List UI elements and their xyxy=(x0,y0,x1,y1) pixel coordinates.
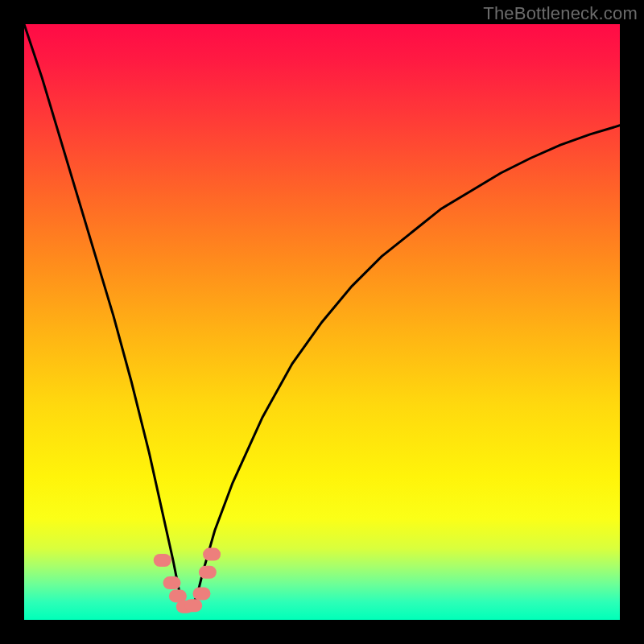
curve-marker xyxy=(154,554,171,567)
curve-layer xyxy=(24,24,620,620)
curve-marker xyxy=(203,548,221,561)
curve-marker xyxy=(199,566,217,579)
watermark-text: TheBottleneck.com xyxy=(483,3,638,24)
chart-frame: TheBottleneck.com xyxy=(0,0,644,644)
plot-area xyxy=(24,24,620,620)
curve-marker xyxy=(163,576,181,589)
curve-marker xyxy=(193,587,211,600)
curve-marker xyxy=(184,599,202,612)
curve-markers xyxy=(154,548,221,613)
bottleneck-curve xyxy=(24,24,620,608)
